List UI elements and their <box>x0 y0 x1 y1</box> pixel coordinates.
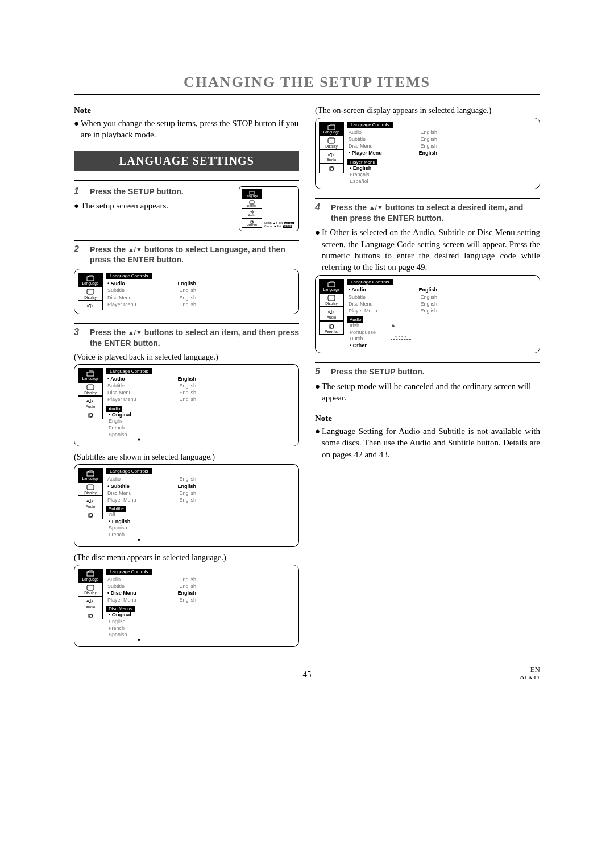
title-rule <box>74 94 540 95</box>
appears-bullet: ● The setup screen appears. <box>74 200 233 211</box>
note-bullet-text: Language Setting for Audio and Subtitle … <box>322 425 540 460</box>
page-number: – 45 – <box>74 670 540 679</box>
svg-rect-17 <box>328 283 335 287</box>
note-heading: Note <box>74 106 299 115</box>
step-5-text: Press the SETUP button. <box>331 366 540 377</box>
step-4: 4 Press the ▲/▼ buttons to select a desi… <box>315 202 540 224</box>
svg-rect-15 <box>328 138 335 143</box>
osd-language-basic: Language Display Language Controls • Aud… <box>74 269 299 314</box>
nav-language: Language <box>78 273 103 287</box>
language-settings-banner: LANGUAGE SETTINGS <box>74 151 299 171</box>
svg-rect-3 <box>87 277 94 281</box>
left-column: Note ● When you change the setup items, … <box>74 101 299 653</box>
step-2-text: Press the ▲/▼ buttons to select Language… <box>90 244 299 266</box>
page-title: CHANGING THE SETUP ITEMS <box>74 74 540 91</box>
svg-rect-4 <box>87 289 94 294</box>
svg-rect-14 <box>328 126 335 130</box>
caption-subtitle: (Subtitles are shown in selected languag… <box>74 452 299 462</box>
svg-rect-5 <box>87 372 94 376</box>
other-text: If Other is selected on the Audio, Subti… <box>322 227 540 273</box>
cancel-text: The setup mode will be canceled and the … <box>322 381 540 404</box>
caption-voice: (Voice is played back in selected langua… <box>74 352 299 362</box>
step-4-text: Press the ▲/▼ buttons to select a desire… <box>331 202 540 224</box>
step-2: 2 Press the ▲/▼ buttons to select Langua… <box>74 244 299 266</box>
footer-code: EN01A11 <box>520 665 540 679</box>
osd-title: Language Controls <box>106 273 152 279</box>
caption-discmenu: (The disc menu appears in selected langu… <box>74 553 299 562</box>
osd-audio: Language Display Audio Language Controls… <box>74 364 299 446</box>
mini-setup-figure: Language Display Audio Parental Select: … <box>239 186 299 231</box>
step-3-text: Press the ▲/▼ buttons to select an item,… <box>90 327 299 349</box>
step-1-text: Press the SETUP button. <box>90 186 233 197</box>
nav-display: Display <box>78 287 103 302</box>
caption-onscreen: (The on-screen display appears in select… <box>315 106 540 115</box>
cancel-bullet: ● The setup mode will be canceled and th… <box>315 381 540 404</box>
step-1-num: 1 <box>74 186 84 197</box>
step-2-num: 2 <box>74 244 84 266</box>
up-down-icon: ▲/▼ <box>128 246 142 253</box>
svg-rect-8 <box>87 472 94 476</box>
svg-rect-6 <box>87 385 94 390</box>
note-heading-2: Note <box>315 414 540 423</box>
step-3: 3 Press the ▲/▼ buttons to select an ite… <box>74 327 299 349</box>
osd-other: Language Display Audio Parental Language… <box>315 275 540 353</box>
osd-playermenu: Language Display Audio Language Controls… <box>315 118 540 189</box>
note-bullet: ● Language Setting for Audio and Subtitl… <box>315 425 540 460</box>
svg-rect-18 <box>328 295 335 301</box>
nav-audio <box>78 301 103 310</box>
svg-rect-11 <box>87 572 94 576</box>
step-5-num: 5 <box>315 366 325 377</box>
svg-rect-12 <box>87 585 94 590</box>
up-down-icon: ▲/▼ <box>369 204 383 211</box>
step-1: 1 Press the SETUP button. <box>74 186 233 197</box>
up-down-icon: ▲/▼ <box>128 329 142 336</box>
step-3-num: 3 <box>74 327 84 349</box>
intro-bullet: ● When you change the setup items, press… <box>74 118 299 141</box>
osd-discmenu: Language Display Audio Language Controls… <box>74 565 299 647</box>
appears-text: The setup screen appears. <box>81 200 233 211</box>
svg-rect-9 <box>87 485 94 490</box>
step-4-num: 4 <box>315 202 325 224</box>
intro-bullet-text: When you change the setup items, press t… <box>81 118 299 141</box>
right-column: (The on-screen display appears in select… <box>315 101 540 653</box>
osd-subtitle: Language Display Audio Language Controls… <box>74 464 299 546</box>
other-bullet: ● If Other is selected on the Audio, Sub… <box>315 227 540 273</box>
step-5: 5 Press the SETUP button. <box>315 366 540 377</box>
